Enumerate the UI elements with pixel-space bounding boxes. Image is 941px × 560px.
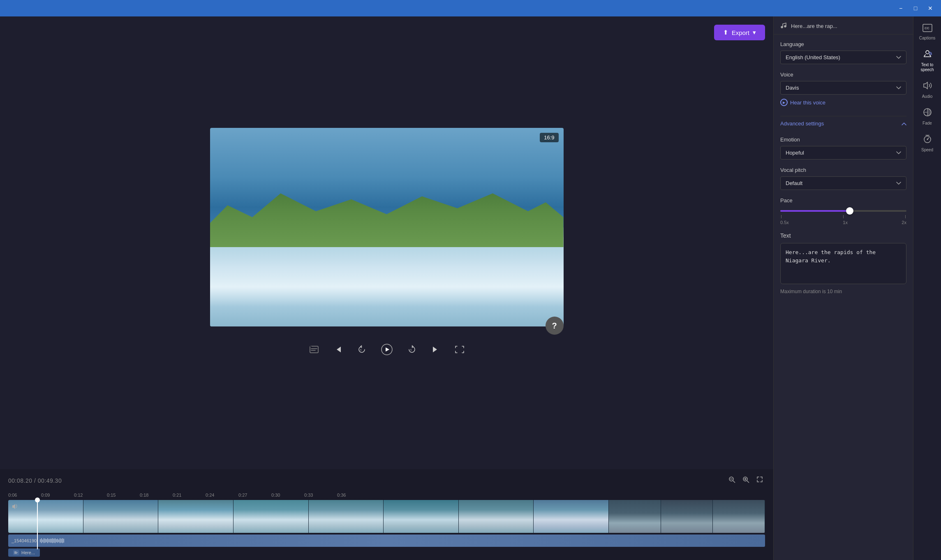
sidebar-item-tts[interactable]: Text tospeech [916, 46, 939, 76]
video-segment-secondary[interactable] [609, 500, 765, 533]
advanced-chevron-icon [902, 122, 906, 125]
vocal-pitch-chevron-icon [896, 182, 901, 185]
fade-sidebar-icon [923, 107, 932, 119]
sidebar-item-speed[interactable]: Speed [916, 131, 939, 156]
video-preview: 16:9 [210, 128, 564, 327]
pace-label: Pace [780, 197, 906, 204]
audio-track[interactable]: _154046190 [8, 535, 765, 547]
time-display: 00:08.20 / 00:49.30 [8, 477, 62, 484]
ruler-mark-3: 0:15 [107, 493, 140, 498]
audio-waveform [40, 538, 762, 544]
audio-clip-label[interactable]: Here... [8, 548, 40, 557]
expand-timeline-button[interactable] [754, 474, 765, 487]
audio-label-row: Here... [8, 548, 765, 557]
zoom-in-button[interactable] [740, 474, 751, 487]
play-button[interactable] [379, 341, 395, 358]
play-circle-icon: ▶ [780, 99, 788, 106]
vocal-pitch-label: Vocal pitch [780, 167, 906, 173]
language-label: Language [780, 41, 906, 47]
wave-bar [52, 538, 53, 543]
skip-forward-button[interactable] [429, 342, 443, 356]
timeline-ruler: 0:06 0:09 0:12 0:15 0:18 0:21 0:24 0:27 … [0, 490, 773, 500]
vocal-pitch-select[interactable]: Default [780, 176, 906, 190]
aspect-ratio-badge: 16:9 [540, 133, 558, 142]
ruler-mark-7: 0:27 [238, 493, 271, 498]
video-track[interactable] [8, 500, 765, 533]
voice-group: Voice Davis ▶ Hear this voice [780, 72, 906, 109]
tick-line [781, 215, 781, 218]
text-input[interactable]: Here...are the rapids of the Niagara Riv… [780, 243, 906, 284]
pace-slider-thumb[interactable] [846, 207, 853, 215]
ruler-mark-1: 0:09 [41, 493, 74, 498]
wave-bar [42, 539, 43, 542]
wave-bar [40, 539, 41, 542]
pace-max-label: 2x [902, 220, 906, 225]
panel-header-text: Here...are the rap... [791, 23, 837, 29]
ruler-mark-0: 0:06 [8, 493, 41, 498]
svg-point-19 [926, 51, 929, 54]
wave-bar [61, 539, 62, 542]
audio-sidebar-label: Audio [922, 94, 933, 99]
captions-button[interactable] [307, 343, 321, 356]
video-overlay [210, 227, 564, 327]
rewind-button[interactable]: 5 [355, 342, 369, 356]
hear-voice-button[interactable]: ▶ Hear this voice [780, 96, 825, 109]
hear-voice-label: Hear this voice [790, 100, 825, 106]
maximize-button[interactable]: □ [910, 2, 921, 14]
timeline-tracks: _154046190 [0, 500, 773, 557]
video-segment-main[interactable] [8, 500, 609, 533]
thumb-6 [384, 500, 459, 533]
sidebar-item-captions[interactable]: CC Captions [916, 21, 939, 44]
help-button[interactable]: ? [546, 317, 564, 335]
video-section: ⬆ Export ▾ 16:9 ? [0, 16, 773, 469]
thumb-2 [83, 500, 159, 533]
max-duration-note: Maximum duration is 10 min [780, 289, 906, 294]
wave-bar [63, 539, 64, 543]
export-label: Export [732, 29, 749, 36]
voice-value: Davis [786, 85, 799, 91]
playback-controls: 5 5 [299, 341, 475, 358]
emotion-chevron-icon [896, 151, 901, 155]
captions-sidebar-label: Captions [919, 36, 935, 41]
minimize-button[interactable]: − [895, 2, 906, 14]
export-bar: ⬆ Export ▾ [714, 25, 765, 40]
close-button[interactable]: ✕ [925, 2, 936, 14]
pace-slider-track[interactable] [780, 210, 906, 212]
skip-forward-icon [431, 345, 440, 354]
svg-line-11 [747, 481, 749, 483]
captions-icon [310, 346, 319, 353]
language-select[interactable]: English (United States) [780, 51, 906, 64]
tick-line [843, 215, 844, 218]
text-section-label: Text [780, 232, 906, 239]
wave-bar [45, 539, 46, 543]
export-button[interactable]: ⬆ Export ▾ [714, 25, 765, 40]
wave-bar [47, 538, 48, 543]
window-controls: − □ ✕ [895, 2, 936, 14]
tick-0.5x [781, 215, 781, 218]
advanced-settings-toggle[interactable]: Advanced settings [780, 116, 906, 131]
vocal-pitch-value: Default [786, 180, 802, 186]
expand-icon [756, 476, 763, 483]
fullscreen-button[interactable] [453, 343, 467, 356]
pace-slider-fill [780, 210, 850, 212]
svg-text:5: 5 [360, 349, 362, 351]
ruler-mark-9: 0:33 [304, 493, 337, 498]
captions-sidebar-icon: CC [923, 24, 932, 34]
forward-button[interactable]: 5 [405, 342, 419, 356]
emotion-select[interactable]: Hopeful [780, 146, 906, 160]
ruler-marks: 0:06 0:09 0:12 0:15 0:18 0:21 0:24 0:27 … [8, 490, 773, 500]
wave-bar [57, 539, 58, 543]
voice-label: Voice [780, 72, 906, 78]
thumb-4 [234, 500, 309, 533]
video-container: 16:9 ? [210, 128, 564, 327]
ruler-mark-8: 0:30 [271, 493, 304, 498]
svg-point-16 [784, 25, 786, 27]
skip-back-button[interactable] [331, 342, 345, 356]
panel-header-icon [780, 22, 787, 30]
sidebar-item-audio[interactable]: Audio [916, 77, 939, 102]
timeline-header: 00:08.20 / 00:49.30 [0, 472, 773, 490]
voice-select[interactable]: Davis [780, 81, 906, 95]
sidebar-item-fade[interactable]: Fade [916, 104, 939, 129]
zoom-out-button[interactable] [726, 474, 737, 487]
wave-bar [53, 539, 54, 543]
